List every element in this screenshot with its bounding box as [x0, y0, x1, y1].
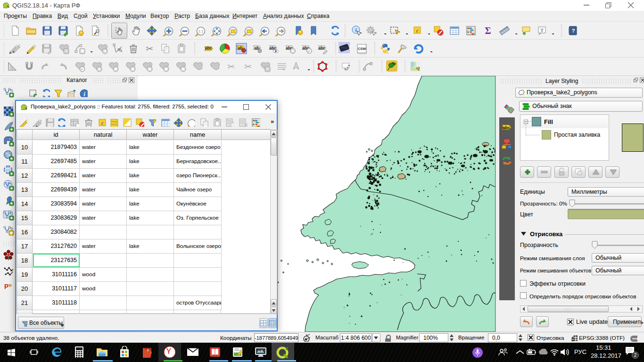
svg-text:1:1: 1:1: [198, 29, 204, 33]
svg-text:✂: ✂: [244, 62, 252, 72]
svg-text:✂: ✂: [146, 44, 153, 54]
svg-text:✱: ✱: [64, 48, 68, 54]
svg-text:✱: ✱: [76, 123, 79, 127]
svg-text:abc: abc: [318, 46, 325, 50]
svg-text:P: P: [4, 283, 8, 290]
svg-text:✂: ✂: [227, 62, 235, 72]
svg-text:✱: ✱: [265, 66, 270, 72]
svg-text:Σ: Σ: [485, 25, 491, 36]
svg-text:✱: ✱: [9, 230, 13, 236]
svg-text:*: *: [299, 30, 301, 35]
svg-text:ε: ε: [101, 120, 104, 126]
svg-text:abc: abc: [205, 46, 212, 50]
svg-text:abc: abc: [503, 125, 510, 130]
svg-text:Q: Q: [416, 66, 420, 71]
svg-text:?: ?: [572, 28, 575, 33]
svg-text:✱: ✱: [80, 48, 84, 54]
svg-text:ε: ε: [416, 27, 419, 34]
svg-text:*: *: [12, 269, 14, 274]
svg-text:T: T: [540, 27, 544, 33]
svg-text:*: *: [80, 31, 82, 35]
svg-text:CSW: CSW: [358, 47, 366, 51]
svg-text:i: i: [83, 90, 85, 97]
